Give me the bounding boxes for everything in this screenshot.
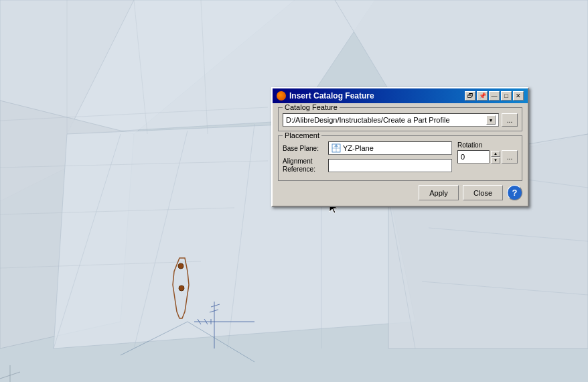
base-plane-input[interactable]: YZ-Plane bbox=[328, 141, 452, 155]
rotation-spin-buttons: ▲ ▼ bbox=[491, 151, 500, 164]
catalog-browse-button[interactable]: ... bbox=[502, 113, 518, 127]
catalog-feature-label: Catalog Feature bbox=[283, 103, 340, 111]
maximize-button[interactable]: □ bbox=[501, 91, 512, 101]
catalog-path-text: D:/AlibreDesign/Instructables/Create a P… bbox=[286, 116, 450, 124]
rotation-value: 0 bbox=[461, 153, 465, 161]
restore-button[interactable]: 🗗 bbox=[465, 91, 475, 101]
rotation-decrement-button[interactable]: ▼ bbox=[491, 157, 500, 164]
rotation-input[interactable]: 0 bbox=[457, 150, 490, 164]
rotation-group: Rotation 0 ▲ ▼ ... bbox=[457, 141, 518, 176]
dialog-action-buttons: Apply Close ? bbox=[278, 185, 522, 200]
base-plane-value: YZ-Plane bbox=[343, 144, 374, 152]
yz-plane-icon bbox=[332, 143, 341, 153]
rotation-label: Rotation bbox=[457, 141, 518, 149]
placement-group-label: Placement bbox=[283, 131, 321, 139]
titlebar-buttons: 🗗 📌 — □ ✕ bbox=[465, 91, 524, 101]
dialog-title: Insert Catalog Feature bbox=[289, 91, 374, 101]
svg-point-29 bbox=[178, 263, 183, 269]
dialog-titlebar: Insert Catalog Feature 🗗 📌 — □ ✕ bbox=[273, 88, 528, 103]
svg-marker-39 bbox=[334, 144, 338, 147]
dialog-app-icon bbox=[277, 91, 286, 101]
catalog-feature-group: Catalog Feature D:/AlibreDesign/Instruct… bbox=[278, 107, 522, 131]
svg-point-30 bbox=[179, 285, 184, 291]
dropdown-arrow[interactable]: ▼ bbox=[486, 115, 496, 125]
close-button[interactable]: ✕ bbox=[513, 91, 524, 101]
base-plane-label: Base Plane: bbox=[283, 145, 328, 152]
placement-group: Placement Base Plane: bbox=[278, 135, 522, 181]
apply-button[interactable]: Apply bbox=[419, 185, 459, 200]
catalog-path-dropdown[interactable]: D:/AlibreDesign/Instructables/Create a P… bbox=[283, 113, 499, 127]
alignment-label: Alignment Reference: bbox=[283, 157, 328, 174]
dialog-body: Catalog Feature D:/AlibreDesign/Instruct… bbox=[273, 103, 528, 206]
alignment-input[interactable] bbox=[328, 159, 452, 172]
rotation-control: 0 ▲ ▼ ... bbox=[457, 150, 518, 164]
insert-catalog-feature-dialog: Insert Catalog Feature 🗗 📌 — □ ✕ Catalog… bbox=[271, 87, 529, 207]
help-button[interactable]: ? bbox=[507, 185, 522, 200]
dialog-title-left: Insert Catalog Feature bbox=[277, 91, 374, 101]
close-button-action[interactable]: Close bbox=[463, 185, 503, 200]
catalog-feature-row: D:/AlibreDesign/Instructables/Create a P… bbox=[283, 113, 518, 127]
rotation-increment-button[interactable]: ▲ bbox=[491, 151, 500, 157]
alignment-row: Alignment Reference: bbox=[283, 157, 452, 174]
base-plane-row: Base Plane: YZ-Plane bbox=[283, 141, 452, 155]
rotation-browse-button[interactable]: ... bbox=[502, 150, 518, 164]
placement-fields: Base Plane: YZ-Plane bbox=[283, 141, 452, 176]
pin-button[interactable]: 📌 bbox=[477, 91, 488, 101]
minimize-button[interactable]: — bbox=[489, 91, 500, 101]
